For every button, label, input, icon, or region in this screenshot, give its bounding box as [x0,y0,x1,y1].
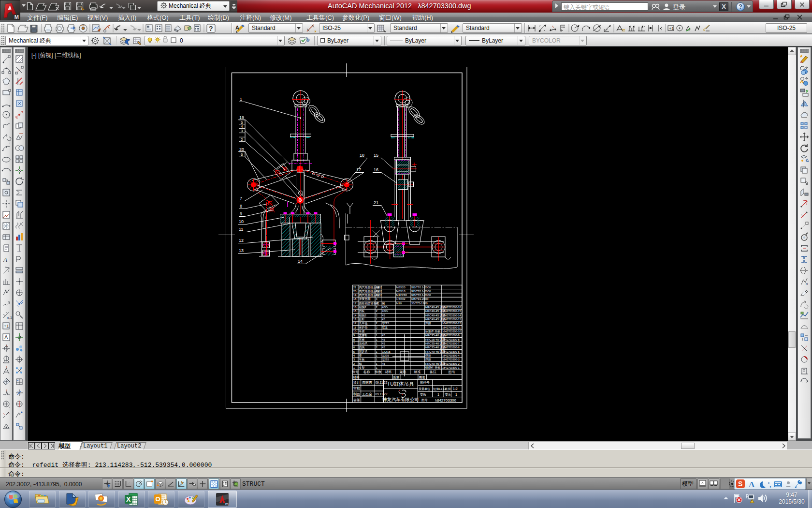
svg-text:吊板: 吊板 [359,358,365,361]
svg-text:GCr15: GCr15 [382,350,391,353]
svg-text:Q235: Q235 [382,358,389,361]
svg-text:6: 6 [241,152,243,157]
svg-text:21: 21 [353,286,357,289]
svg-text:8: 8 [240,204,242,209]
svg-text:09.11.22: 09.11.22 [376,381,388,384]
svg-text:1:2: 1:2 [453,387,458,390]
svg-text:图号: 图号 [449,370,455,374]
svg-text:会签: 会签 [353,398,360,402]
svg-text:19: 19 [239,115,244,120]
svg-text:吊梁: 吊梁 [359,329,365,333]
svg-text:1: 1 [240,97,242,102]
svg-text:6: 6 [353,346,355,349]
svg-text:1: 1 [437,393,439,396]
svg-text:45: 45 [382,362,385,365]
svg-text:λ842703300-6: λ842703300-6 [442,346,459,349]
svg-text:1: 1 [376,334,378,337]
svg-text:规格: 规格 [399,370,406,374]
svg-text:M10: M10 [396,302,402,305]
svg-text:16: 16 [353,306,357,309]
svg-text:13: 13 [239,248,244,253]
svg-text:λ842703300: λ842703300 [435,398,457,403]
svg-text:0: 0 [180,37,183,44]
svg-text:5: 5 [353,350,355,353]
svg-text:2: 2 [353,362,355,365]
svg-text:王丕全: 王丕全 [362,392,372,396]
svg-text:页次: 页次 [445,393,452,396]
svg-text:长吊链: 长吊链 [359,322,368,325]
svg-text:焊接: 焊接 [425,354,431,357]
svg-text:1.5X32: 1.5X32 [396,298,406,300]
svg-text:4: 4 [376,298,378,300]
svg-text:45: 45 [382,318,385,321]
svg-text:销轴2: 销轴2 [359,314,367,317]
svg-text:λ842703300-8: λ842703300-8 [442,338,459,341]
svg-text:λ842703300-13: λ842703300-13 [442,318,461,321]
svg-text:支撑杆: 支撑杆 [359,334,368,337]
svg-text:1: 1 [376,338,378,341]
svg-text:设计: 设计 [353,381,360,384]
svg-text:λ842703300-2: λ842703300-2 [442,362,459,365]
svg-text:7: 7 [240,196,242,201]
svg-text:m: m [225,502,229,506]
svg-text:13: 13 [353,318,357,321]
svg-text:X: X [126,495,131,503]
svg-text:11: 11 [353,326,357,329]
svg-text:标准: 标准 [414,370,421,374]
svg-text:16: 16 [374,167,378,172]
svg-text:组焊件 外购: 组焊件 外购 [425,366,441,370]
svg-text:1: 1 [376,318,378,321]
svg-text:图号: 图号 [421,398,428,402]
svg-text:λ842703300-4: λ842703300-4 [442,354,459,357]
svg-text:1: 1 [376,354,378,357]
svg-text:18: 18 [353,298,357,300]
svg-text:尼龙: 尼龙 [382,326,388,329]
svg-text:GB/T70.1-2000: GB/T70.1-2000 [411,286,431,289]
svg-text:09.11.22: 09.11.22 [376,392,388,396]
svg-text:19: 19 [353,294,357,297]
svg-text:λ842703300-3: λ842703300-3 [442,358,459,361]
svg-text:O: O [156,495,160,503]
svg-text:A: A [3,256,7,263]
svg-text:10: 10 [353,330,357,333]
svg-text:质量: 质量 [393,375,400,379]
svg-text:λ842703300-12: λ842703300-12 [442,322,461,325]
svg-text:!: ! [752,500,753,503]
svg-text:焊接: 焊接 [425,321,431,325]
svg-text:λ842703300-14: λ842703300-14 [442,314,461,317]
svg-text:内六角圆柱头螺钉: 内六角圆柱头螺钉 [359,289,382,293]
svg-text:用途: 用途 [419,375,426,379]
svg-text:45: 45 [382,334,385,337]
svg-text:45: 45 [382,338,385,341]
svg-text:9: 9 [353,334,355,337]
svg-text:2: 2 [376,326,378,329]
svg-text:20: 20 [353,290,357,293]
svg-text:40Cr: 40Cr [382,306,388,309]
svg-text:1: 1 [376,330,378,333]
svg-text:3: 3 [241,129,243,133]
svg-text:页数: 页数 [420,393,427,396]
svg-text:2: 2 [376,314,378,317]
svg-text:λ842703300-10: λ842703300-10 [442,330,461,333]
svg-text:+1: +1 [669,26,674,31]
svg-text:件号: 件号 [352,370,359,374]
svg-text:45: 45 [382,342,385,345]
svg-text:A: A [235,25,239,30]
svg-text:45: 45 [382,314,385,317]
svg-text:GB/T70.1-2000: GB/T70.1-2000 [411,294,431,297]
svg-text:45: 45 [382,346,385,349]
svg-text:20: 20 [239,147,244,152]
svg-text:n,1: n,1 [7,315,12,320]
svg-text:P: P [108,485,110,488]
svg-text:12: 12 [239,238,244,243]
svg-text:2: 2 [376,310,378,313]
svg-text:7: 7 [353,342,355,345]
svg-text:备注: 备注 [430,370,436,374]
svg-text:',: ', [768,481,771,488]
svg-text:神龙汽车有限公司: 神龙汽车有限公司 [382,397,419,402]
svg-text:比例: 比例 [445,388,451,391]
svg-text:1: 1 [376,358,378,361]
svg-text:5: 5 [241,120,243,125]
svg-text:Q235: Q235 [382,322,389,325]
svg-text:制图: 制图 [353,392,360,396]
